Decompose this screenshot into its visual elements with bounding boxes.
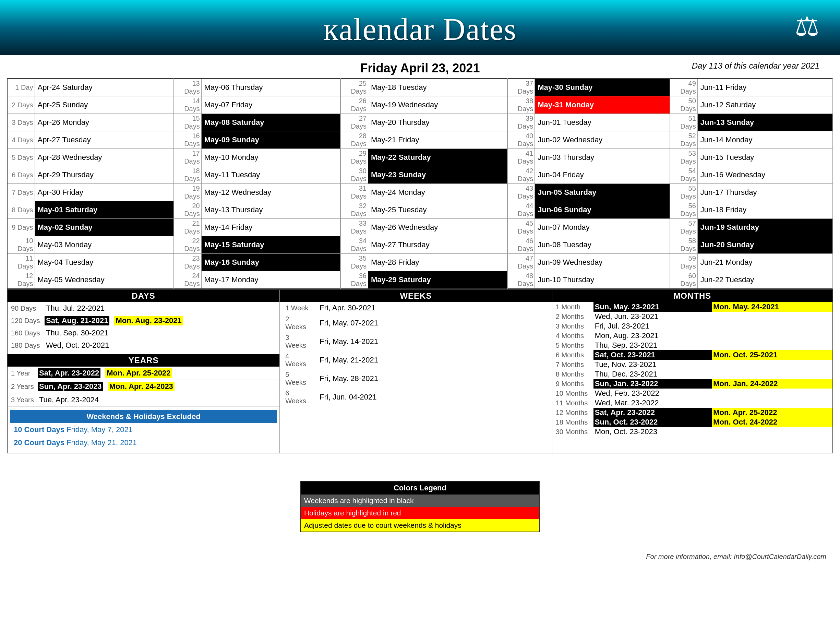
calendar-date-cell: May-18 Tuesday [368, 78, 507, 96]
weeks-table: 1 WeekFri, Apr. 30-20212 WeeksFri, May. … [280, 302, 552, 406]
calendar-date-cell: May-19 Wednesday [368, 96, 507, 114]
months-row: 10 MonthsWed, Feb. 23-2022 [552, 388, 832, 398]
weeks-row: 4 WeeksFri, May. 21-2021 [280, 351, 552, 369]
day-count: 24 Days [174, 271, 201, 289]
calendar-date-cell: May-15 Saturday [201, 236, 341, 254]
day-count: 44 Days [507, 201, 535, 219]
calendar-date-cell: May-24 Monday [368, 184, 507, 201]
day-count: 8 Days [7, 201, 34, 219]
day-count: 34 Days [341, 236, 368, 254]
calendar-date-cell: May-04 Tuesday [34, 254, 174, 271]
day-count: 46 Days [507, 236, 535, 254]
header: кalendar Dates ⚖ [0, 0, 840, 55]
day-count: 56 Days [670, 201, 697, 219]
calendar-date-cell: Apr-30 Friday [34, 184, 174, 201]
calendar-date-cell: Apr-24 Saturday [34, 78, 174, 96]
months-row: 12 MonthsSat, Apr. 23-2022Mon. Apr. 25-2… [552, 408, 832, 417]
calendar-date-cell: May-26 Wednesday [368, 219, 507, 236]
calendar-date-cell: Jun-22 Tuesday [697, 271, 833, 289]
day-count: 16 Days [174, 131, 201, 149]
calendar-date-cell: May-06 Thursday [201, 78, 341, 96]
day-count: 5 Days [7, 149, 34, 166]
day-count: 25 Days [341, 78, 368, 96]
years-row: 2 YearsSun, Apr. 23-2023Mon. Apr. 24-202… [8, 380, 279, 393]
calendar-date-cell: May-27 Thursday [368, 236, 507, 254]
day-count: 22 Days [174, 236, 201, 254]
current-date: Friday April 23, 2021 [360, 61, 480, 75]
calendar-date-cell: Jun-02 Wednesday [535, 131, 670, 149]
calendar-date-cell: May-14 Friday [201, 219, 341, 236]
calendar-date-cell: May-20 Thursday [368, 114, 507, 131]
calendar-date-cell: Jun-16 Wednesday [697, 166, 833, 184]
day-count: 51 Days [670, 114, 697, 131]
months-row: 11 MonthsWed, Mar. 23-2022 [552, 398, 832, 408]
calendar-date-cell: Apr-26 Monday [34, 114, 174, 131]
day-count: 21 Days [174, 219, 201, 236]
legend-container: Colors Legend Weekends are highlighted i… [300, 481, 540, 532]
years-row: 1 YearSat, Apr. 23-2022Mon. Apr. 25-2022 [8, 367, 279, 380]
calendar-date-cell: Jun-18 Friday [697, 201, 833, 219]
calendar-date-cell: Jun-09 Wednesday [535, 254, 670, 271]
calendar-date-cell: Jun-21 Monday [697, 254, 833, 271]
calendar-date-cell: Jun-20 Sunday [697, 236, 833, 254]
days-row: 160 DaysThu, Sep. 30-2021 [8, 327, 279, 339]
calendar-date-cell: May-05 Wednesday [34, 271, 174, 289]
day-count: 6 Days [7, 166, 34, 184]
calendar-date-cell: May-07 Friday [201, 96, 341, 114]
day-count: 49 Days [670, 78, 697, 96]
months-row: 9 MonthsSun, Jan. 23-2022Mon. Jan. 24-20… [552, 379, 832, 388]
calendar-date-cell: Apr-27 Tuesday [34, 131, 174, 149]
day-count: 39 Days [507, 114, 535, 131]
months-row: 6 MonthsSat, Oct. 23-2021Mon. Oct. 25-20… [552, 350, 832, 360]
legend-header: Colors Legend [301, 481, 539, 494]
calendar-date-cell: May-22 Saturday [368, 149, 507, 166]
day-count: 38 Days [507, 96, 535, 114]
day-count: 14 Days [174, 96, 201, 114]
calendar-date-cell: Jun-19 Saturday [697, 219, 833, 236]
calendar-date-cell: May-16 Sunday [201, 254, 341, 271]
weeks-row: 3 WeeksFri, May. 14-2021 [280, 332, 552, 351]
day-count: 10 Days [7, 236, 34, 254]
scales-icon: ⚖ [795, 10, 819, 42]
calendar-date-cell: May-31 Monday [535, 96, 670, 114]
day-count: 59 Days [670, 254, 697, 271]
day-count: 19 Days [174, 184, 201, 201]
day-count: 40 Days [507, 131, 535, 149]
day-count: 36 Days [341, 271, 368, 289]
calendar-date-cell: Jun-15 Tuesday [697, 149, 833, 166]
weeks-row: 5 WeeksFri, May. 28-2021 [280, 369, 552, 388]
day-count: 53 Days [670, 149, 697, 166]
day-count: 18 Days [174, 166, 201, 184]
weeks-header: WEEKS [280, 290, 552, 302]
day-count: 35 Days [341, 254, 368, 271]
day-count: 42 Days [507, 166, 535, 184]
day-count: 1 Day [7, 78, 34, 96]
day-count: 52 Days [670, 131, 697, 149]
day-count: 27 Days [341, 114, 368, 131]
calendar-date-cell: Apr-28 Wednesday [34, 149, 174, 166]
day-count: 32 Days [341, 201, 368, 219]
day-count: 13 Days [174, 78, 201, 96]
calendar-date-cell: May-12 Wednesday [201, 184, 341, 201]
months-row: 4 MonthsMon, Aug. 23-2021 [552, 331, 832, 341]
date-bar: Friday April 23, 2021 Day 113 of this ca… [7, 55, 833, 78]
calendar-date-cell: May-30 Sunday [535, 78, 670, 96]
calendar-date-cell: May-13 Thursday [201, 201, 341, 219]
legend-row: Weekends are highlighted in black [301, 494, 539, 507]
calendar-date-cell: Jun-06 Sunday [535, 201, 670, 219]
calendar-date-cell: May-03 Monday [34, 236, 174, 254]
day-count: 26 Days [341, 96, 368, 114]
calendar-date-cell: May-08 Saturday [201, 114, 341, 131]
court-day-row: 10 Court Days Friday, May 7, 2021 [10, 423, 277, 436]
calendar-date-cell: May-23 Sunday [368, 166, 507, 184]
days-row: 180 DaysWed, Oct. 20-2021 [8, 339, 279, 351]
calendar-date-cell: Jun-13 Sunday [697, 114, 833, 131]
day-info: Day 113 of this calendar year 2021 [692, 61, 819, 71]
days-row: 90 DaysThu, Jul. 22-2021 [8, 302, 279, 315]
day-count: 33 Days [341, 219, 368, 236]
months-row: 7 MonthsTue, Nov. 23-2021 [552, 360, 832, 369]
months-row: 30 MonthsMon, Oct. 23-2023 [552, 427, 832, 437]
calendar-date-cell: May-09 Sunday [201, 131, 341, 149]
day-count: 17 Days [174, 149, 201, 166]
months-row: 3 MonthsFri, Jul. 23-2021 [552, 322, 832, 331]
